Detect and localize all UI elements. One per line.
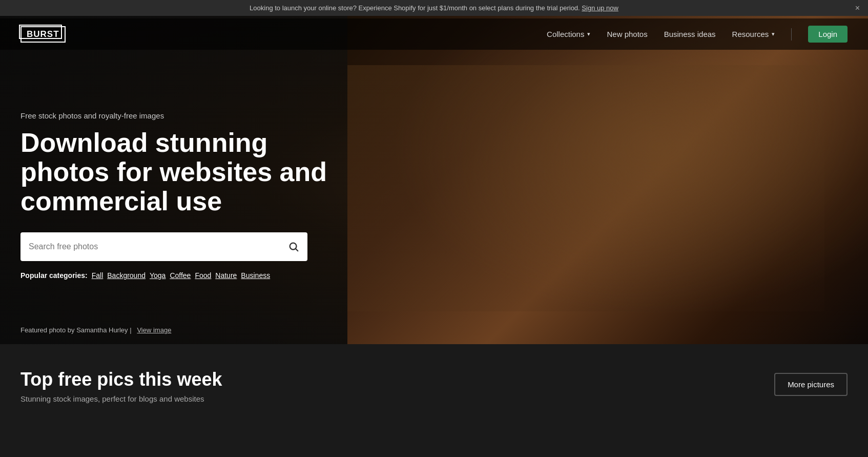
bottom-subtitle: Stunning stock images, perfect for blogs… — [20, 394, 222, 403]
popular-categories: Popular categories: Fall Background Yoga… — [20, 271, 338, 280]
category-business[interactable]: Business — [241, 271, 270, 280]
nav-collections-label: Collections — [547, 30, 584, 38]
announcement-close-button[interactable]: × — [855, 4, 860, 12]
nav-business-ideas[interactable]: Business ideas — [664, 30, 716, 38]
hero-title: Download stunning photos for websites an… — [20, 128, 338, 216]
popular-label: Popular categories: — [20, 271, 88, 280]
search-icon — [288, 241, 299, 252]
logo-text: BURST — [27, 29, 59, 39]
chevron-down-icon-2: ▾ — [772, 31, 775, 37]
hero-section: Free stock photos and royalty-free image… — [0, 16, 868, 344]
nav-collections[interactable]: Collections ▾ — [547, 30, 590, 38]
login-button[interactable]: Login — [808, 26, 848, 43]
category-nature[interactable]: Nature — [215, 271, 237, 280]
search-input[interactable] — [29, 242, 288, 251]
category-food[interactable]: Food — [195, 271, 211, 280]
hero-overlay-art — [347, 65, 825, 311]
main-nav: Collections ▾ New photos Business ideas … — [547, 26, 848, 43]
nav-new-photos[interactable]: New photos — [607, 30, 647, 38]
bottom-title: Top free pics this week — [20, 369, 222, 390]
category-background[interactable]: Background — [107, 271, 146, 280]
category-yoga[interactable]: Yoga — [150, 271, 166, 280]
nav-resources[interactable]: Resources ▾ — [732, 30, 775, 38]
bottom-section: Top free pics this week Stunning stock i… — [0, 344, 868, 420]
hero-subtitle: Free stock photos and royalty-free image… — [20, 111, 338, 120]
header: BURST Collections ▾ New photos Business … — [0, 18, 868, 50]
category-coffee[interactable]: Coffee — [170, 271, 191, 280]
announcement-bar: Looking to launch your online store? Exp… — [0, 0, 868, 16]
view-image-link[interactable]: View image — [137, 326, 171, 334]
nav-resources-label: Resources — [732, 30, 769, 38]
nav-new-photos-label: New photos — [607, 30, 647, 38]
search-bar — [20, 232, 307, 261]
logo[interactable]: BURST — [20, 26, 66, 43]
announcement-link[interactable]: Sign up now — [582, 4, 618, 12]
svg-line-1 — [296, 249, 298, 251]
bottom-header: Top free pics this week Stunning stock i… — [20, 369, 848, 403]
chevron-down-icon: ▾ — [587, 31, 590, 37]
bottom-text: Top free pics this week Stunning stock i… — [20, 369, 222, 403]
nav-divider — [791, 28, 792, 41]
category-fall[interactable]: Fall — [92, 271, 104, 280]
search-button[interactable] — [288, 241, 299, 252]
nav-business-ideas-label: Business ideas — [664, 30, 716, 38]
credit-text: Featured photo by Samantha Hurley | — [20, 326, 132, 334]
announcement-text: Looking to launch your online store? Exp… — [250, 4, 580, 12]
more-pictures-button[interactable]: More pictures — [774, 373, 848, 396]
hero-credit: Featured photo by Samantha Hurley | View… — [20, 326, 171, 334]
hero-content: Free stock photos and royalty-free image… — [0, 111, 359, 280]
